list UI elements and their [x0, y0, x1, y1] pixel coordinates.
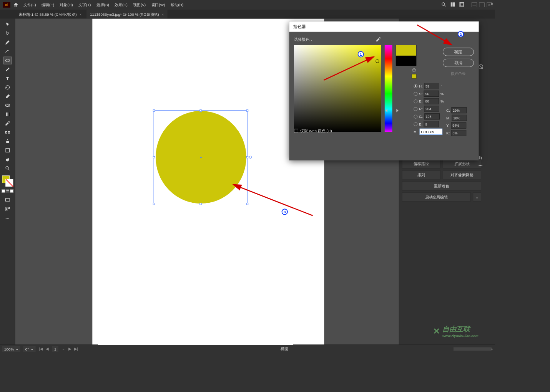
radio-s[interactable]: [414, 92, 417, 96]
menu-help[interactable]: 帮助(H): [171, 2, 184, 8]
workspace-icon[interactable]: [459, 2, 464, 8]
radio-g[interactable]: [414, 114, 417, 118]
artboard-tool[interactable]: [3, 147, 12, 154]
align-pixel-button[interactable]: 对齐像素网格: [443, 170, 481, 179]
shape-builder-tool[interactable]: [3, 102, 12, 109]
global-edit-dropdown[interactable]: ⌄: [473, 192, 481, 201]
angle-select[interactable]: 0° ⌄: [23, 346, 35, 352]
eyedropper-icon[interactable]: [376, 36, 381, 42]
strip-menu-icon[interactable]: »: [491, 2, 493, 6]
artboard-number[interactable]: 1: [52, 346, 58, 351]
type-tool[interactable]: [3, 74, 12, 82]
r-input[interactable]: [424, 106, 439, 112]
home-icon[interactable]: [13, 2, 18, 7]
screen-mode-icon[interactable]: [3, 196, 12, 204]
menu-effect[interactable]: 效果(C): [115, 2, 128, 8]
handle-bl[interactable]: [153, 203, 155, 205]
next-artboard-button[interactable]: ▶: [67, 347, 72, 351]
artboard-dropdown[interactable]: ⌄: [61, 347, 66, 351]
ok-button[interactable]: 确定: [443, 48, 474, 56]
handle-ml[interactable]: [153, 156, 155, 158]
panel-overflow-icon[interactable]: •••: [479, 163, 482, 167]
bv-input[interactable]: [424, 121, 439, 127]
pen-tool[interactable]: [3, 39, 12, 46]
direct-selection-tool[interactable]: [3, 30, 12, 37]
handle-br[interactable]: [246, 203, 248, 205]
radio-h[interactable]: [414, 84, 417, 88]
menu-window[interactable]: 窗口(W): [151, 2, 165, 8]
h-input[interactable]: [424, 83, 439, 89]
k-input[interactable]: [451, 130, 467, 136]
horizontal-scrollbar[interactable]: [454, 347, 492, 351]
web-only-checkbox[interactable]: [294, 129, 298, 133]
last-artboard-button[interactable]: ▶|: [74, 347, 79, 351]
out-of-gamut-icon[interactable]: [412, 68, 417, 73]
live-anchor[interactable]: [249, 156, 252, 159]
gradient-tool[interactable]: [3, 111, 12, 118]
cancel-button[interactable]: 取消: [443, 59, 474, 67]
hue-slider[interactable]: [385, 45, 392, 132]
rotate-tool[interactable]: [3, 84, 12, 91]
handle-tm[interactable]: [199, 109, 201, 111]
arrange-button[interactable]: 排列: [402, 170, 440, 179]
menu-file[interactable]: 文件(F): [23, 2, 36, 8]
radio-b[interactable]: [414, 99, 417, 103]
handle-bm[interactable]: [199, 203, 201, 205]
stroke-swatch[interactable]: [5, 179, 13, 187]
m-input[interactable]: [452, 115, 467, 121]
selection-tool[interactable]: [3, 21, 12, 28]
s-input[interactable]: [424, 91, 439, 97]
b-input[interactable]: [424, 98, 439, 104]
paintbrush-tool[interactable]: [3, 66, 12, 73]
tab-close-icon[interactable]: ×: [80, 12, 82, 17]
zoom-tool[interactable]: [3, 164, 12, 172]
eraser-tool[interactable]: [3, 93, 12, 100]
color-swatches-button[interactable]: 颜色色板: [451, 71, 466, 76]
global-edit-button[interactable]: 启动全局编辑: [402, 192, 471, 201]
saturation-value-picker[interactable]: [294, 45, 381, 132]
ellipse-tool[interactable]: [3, 57, 12, 65]
radio-r[interactable]: [414, 107, 417, 111]
handle-mr[interactable]: [246, 156, 248, 158]
current-color-swatch[interactable]: [396, 56, 416, 66]
tab-doc1[interactable]: 未标题-1 @ 88.89 % (CMYK/预览) ×: [15, 10, 85, 18]
menu-type[interactable]: 文字(T): [78, 2, 91, 8]
edit-toolbar-icon[interactable]: [3, 205, 12, 213]
color-mode-icon[interactable]: [2, 189, 5, 193]
menu-view[interactable]: 视图(V): [133, 2, 146, 8]
fill-stroke-swatches[interactable]: [2, 175, 13, 187]
menu-edit[interactable]: 编辑(E): [42, 2, 54, 8]
handle-tl[interactable]: [153, 109, 155, 111]
tab-doc2[interactable]: 11135086ym3.jpg* @ 100 % (RGB/预览) ×: [86, 10, 168, 18]
color-preview: [396, 45, 417, 66]
none-mode-icon[interactable]: [10, 189, 13, 193]
hand-tool[interactable]: [3, 155, 12, 163]
gradient-mode-icon[interactable]: [6, 189, 9, 193]
radio-bv[interactable]: [414, 122, 417, 126]
first-artboard-button[interactable]: |◀: [38, 347, 43, 351]
offset-path-button[interactable]: 偏移路径: [402, 159, 440, 168]
g-input[interactable]: [424, 113, 440, 119]
right-icon-strip: »: [484, 19, 495, 345]
eyedropper-tool[interactable]: [3, 119, 12, 127]
expand-shape-button[interactable]: 扩展形状: [443, 159, 481, 168]
symbol-sprayer-tool[interactable]: [3, 137, 12, 145]
menu-select[interactable]: 选择(S): [96, 2, 109, 8]
toolbar-overflow-icon[interactable]: •••: [5, 216, 9, 220]
prev-artboard-button[interactable]: ◀: [45, 347, 50, 351]
c-input[interactable]: [452, 107, 467, 113]
maximize-button[interactable]: □: [479, 2, 485, 7]
minimize-button[interactable]: —: [472, 2, 477, 7]
search-icon[interactable]: [441, 2, 447, 8]
handle-tr[interactable]: [246, 109, 248, 111]
recolor-button[interactable]: 重新着色: [402, 182, 481, 190]
zoom-select[interactable]: 100% ⌄: [2, 346, 20, 352]
web-safe-swatch[interactable]: [412, 74, 417, 79]
arrange-documents-icon[interactable]: [450, 2, 455, 8]
hex-input[interactable]: [420, 129, 442, 135]
curvature-tool[interactable]: [3, 48, 12, 55]
menu-object[interactable]: 对象(O): [60, 2, 73, 8]
y-input[interactable]: [451, 122, 466, 129]
tab-close-icon[interactable]: ×: [162, 12, 164, 17]
blend-tool[interactable]: [3, 129, 12, 136]
